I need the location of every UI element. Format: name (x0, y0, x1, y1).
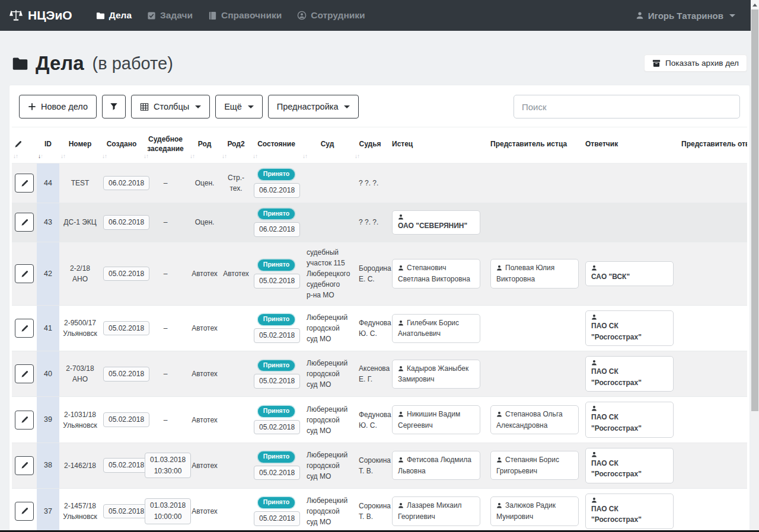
search-input[interactable] (514, 95, 740, 118)
plaintiff-box[interactable]: Фетисова Людмила Львовна (392, 451, 480, 480)
column-header-edit[interactable]: ↓↑ (12, 127, 37, 164)
columns-button[interactable]: Столбцы (131, 95, 210, 118)
show-archive-button[interactable]: Показать архив дел (644, 55, 747, 72)
user-menu[interactable]: Игорь Татаринов (636, 11, 735, 21)
edit-case-button[interactable] (15, 502, 34, 521)
nav-item-tasks[interactable]: Задачи (147, 10, 193, 21)
edit-case-button[interactable] (15, 411, 34, 430)
edit-case-button[interactable] (15, 364, 34, 383)
defendant-box[interactable]: ПАО СК "Росгосстрах" (585, 448, 674, 483)
scrollbar-thumb[interactable] (751, 9, 758, 411)
case-number: 2-2/18АНО (59, 242, 101, 306)
edit-case-button[interactable] (15, 174, 34, 193)
court: Люберецкий городской суд МО (301, 397, 353, 443)
case-row-40: 402-703/18АНО05.02.2018–АвтотехПринято05… (12, 351, 747, 397)
plaintiff-rep-box[interactable]: Залюков Радик Мунирович (490, 496, 579, 525)
status-cell: Принято06.02.2018 (251, 164, 301, 203)
defendant-name: САО "ВСК" (591, 273, 630, 281)
column-header-hearing[interactable]: Судебное заседание↓↑ (142, 127, 189, 164)
person-icon (591, 314, 665, 320)
defendant-cell: ПАО СК "Росгосстрах" (580, 306, 676, 351)
plaintiff-rep-box[interactable]: Полевая Юлия Викторовна (490, 259, 579, 288)
brand[interactable]: НЦЭиО (9, 8, 72, 23)
judge: ? ?. ?. (353, 164, 387, 203)
scroll-up-button[interactable] (751, 0, 759, 9)
plaintiff-box[interactable]: Гилебчик Борис Анатольевич (392, 314, 480, 343)
status-cell: Принято05.02.2018 (251, 397, 301, 443)
sort-icon: ↓↑ (13, 152, 18, 161)
cases-table: ↓↑ID↓↑Номер↓↑Создано↓↑Судебное заседание… (12, 127, 747, 532)
status-badge: Принято (258, 451, 295, 463)
plaintiff-box[interactable]: Степанович Светлана Викторовна (392, 259, 480, 288)
preset-button[interactable]: Преднастройка (268, 95, 359, 118)
defendant-box[interactable]: ПАО СК "Росгосстрах" (585, 402, 674, 437)
status-cell: Принято05.02.2018 (251, 242, 301, 306)
case-row-43: 43ДС-1 ЭКЦ06.02.2018–Оцен.Принято06.02.2… (12, 203, 747, 242)
defendant-box[interactable]: САО "ВСК" (585, 261, 674, 286)
status-date-chip: 06.02.2018 (254, 222, 300, 237)
case-row-41: 412-9500/17Ульяновск05.02.2018–АвтотехПр… (12, 306, 747, 351)
edit-case-button[interactable] (15, 264, 34, 283)
edit-case-button[interactable] (15, 456, 34, 475)
more-button[interactable]: Ещё (215, 95, 263, 118)
defendant-rep-cell (676, 351, 747, 397)
table-icon (140, 102, 149, 111)
scrollbar[interactable] (751, 0, 759, 532)
caret-down-icon (344, 105, 350, 108)
nav-item-directories[interactable]: Справочники (208, 10, 282, 21)
column-label: Суд (321, 140, 334, 148)
column-label: ID (44, 140, 52, 148)
plaintiff-rep-name: Полевая Юлия Викторовна (496, 264, 554, 283)
column-header-status[interactable]: Состояние↓↑ (251, 127, 301, 164)
defendant-box[interactable]: ПАО СК "Росгосстрах" (585, 356, 674, 392)
plaintiff-cell: ОАО "СЕВЕРЯНИН" (387, 203, 485, 242)
column-header-court[interactable]: Суд↓↑ (301, 127, 353, 164)
plaintiff-rep-cell: Полевая Юлия Викторовна (485, 242, 580, 306)
column-header-created[interactable]: Создано↓↑ (101, 127, 142, 164)
column-header-judge[interactable]: Судья↓↑ (353, 127, 387, 164)
plaintiff-box[interactable]: ОАО "СЕВЕРЯНИН" (392, 210, 480, 235)
case-type-2 (221, 203, 251, 242)
nav-item-employees[interactable]: Сотрудники (297, 10, 365, 21)
edit-case-button[interactable] (15, 319, 34, 338)
column-header-rod2[interactable]: Род2↓↑ (221, 127, 251, 164)
column-header-id[interactable]: ID↓↑ (37, 127, 59, 164)
status-badge: Принято (258, 259, 295, 271)
judge: Аксенова Е. Г. (353, 351, 387, 397)
judge: Сорокина Т. В. (353, 488, 387, 532)
filter-button[interactable] (102, 95, 126, 118)
created-date: 05.02.2018 (101, 488, 142, 532)
plaintiff-box[interactable]: Лазарев Михаил Георгиевич (392, 496, 480, 525)
person-icon (398, 411, 404, 417)
new-case-button[interactable]: Новое дело (19, 95, 97, 118)
plaintiff-box[interactable]: Никишин Вадим Сергеевич (392, 405, 480, 434)
nav-item-cases[interactable]: Дела (96, 10, 132, 21)
defendant-cell: САО "ВСК" (580, 242, 676, 306)
plaintiff-name: Гилебчик Борис Анатольевич (398, 319, 459, 338)
column-header-plaintiff_rep: Представитель истца (485, 127, 580, 164)
case-number: 2-1462/18 (59, 443, 101, 488)
brand-label: НЦЭиО (28, 8, 72, 23)
defendant-box[interactable]: ПАО СК "Росгосстрах" (585, 493, 674, 529)
plaintiff-rep-box[interactable]: Степанян Борис Григорьевич (490, 451, 579, 480)
plaintiff-cell: Степанович Светлана Викторовна (387, 242, 485, 306)
defendant-box[interactable]: ПАО СК "Росгосстрах" (585, 310, 674, 346)
column-header-rod[interactable]: Род↓↑ (189, 127, 221, 164)
book-icon (208, 11, 217, 20)
defendant-cell: ПАО СК "Росгосстрах" (580, 351, 676, 397)
defendant-name: ПАО СК "Росгосстрах" (591, 459, 642, 479)
case-id: 41 (37, 306, 59, 351)
sort-icon: ↓↑ (102, 152, 107, 161)
status-date-chip: 05.02.2018 (254, 466, 300, 480)
defendant-cell: ПАО СК "Росгосстрах" (580, 397, 676, 443)
plaintiff-rep-cell (485, 164, 580, 203)
plaintiff-rep-box[interactable]: Степанова Ольга Александровна (490, 405, 579, 434)
column-header-number[interactable]: Номер↓↑ (59, 127, 101, 164)
edit-case-button[interactable] (15, 213, 34, 232)
case-row-42: 422-2/18АНО05.02.2018–АвтотехАвтотехПрин… (12, 242, 747, 306)
court (301, 164, 353, 203)
plaintiff-rep-cell: Степанова Ольга Александровна (485, 397, 580, 443)
plaintiff-box[interactable]: Кадыров Жаныбек Замирович (392, 360, 480, 389)
court: Люберецкий городской суд МО (301, 306, 353, 351)
edit-cell (12, 306, 37, 351)
